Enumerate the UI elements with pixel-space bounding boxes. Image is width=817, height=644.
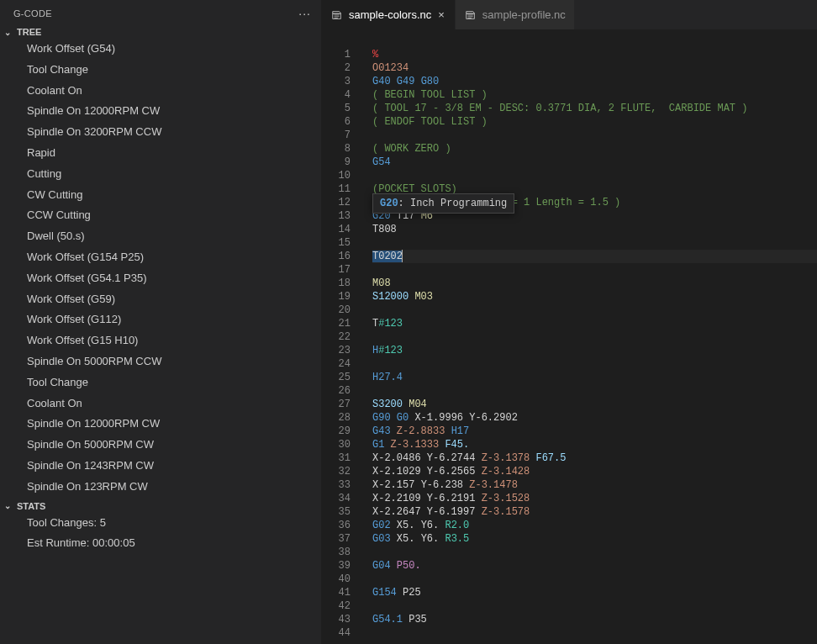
code-line[interactable] — [372, 236, 817, 250]
code-line[interactable] — [372, 330, 817, 344]
code-line[interactable]: G1 Z-3.1333 F45. — [372, 438, 817, 451]
tree-item[interactable]: Work Offset (G54) — [0, 39, 321, 60]
tree-item[interactable]: Cutting — [0, 164, 321, 185]
line-number: 43 — [322, 613, 362, 626]
code-line[interactable] — [372, 626, 817, 640]
file-icon — [464, 8, 477, 22]
editor-area: sample-colors.nc×sample-profile.nc 12345… — [322, 0, 817, 644]
code-line[interactable]: X-2.0486 Y-6.2744 Z-3.1378 F67.5 — [372, 451, 817, 465]
code-line[interactable]: ( ENDOF TOOL LIST ) — [372, 115, 817, 129]
stat-item[interactable]: Est Runtime: 00:00:05 — [0, 533, 321, 554]
line-number: 10 — [322, 169, 362, 182]
tree-item[interactable]: Spindle On 12000RPM CW — [0, 414, 321, 435]
code-line[interactable]: S12000 M03 — [372, 290, 817, 304]
tree-item[interactable]: Spindle On 5000RPM CW — [0, 435, 321, 456]
tree-item[interactable]: CW Cutting — [0, 185, 321, 206]
code-line[interactable] — [372, 546, 817, 559]
text-cursor — [402, 250, 403, 262]
line-number: 2 — [322, 61, 362, 75]
line-number: 34 — [322, 492, 362, 505]
code-line[interactable]: G40 G49 G80 — [372, 75, 817, 88]
tree-item[interactable]: Work Offset (G112) — [0, 309, 321, 330]
code-line[interactable]: G43 Z-2.8833 H17 — [372, 425, 817, 438]
line-number: 1 — [322, 48, 362, 61]
tree-item[interactable]: Tool Change — [0, 372, 321, 393]
sidebar: G-CODE ··· ⌄ TREE Work Offset (G54)Tool … — [0, 0, 322, 644]
code-line[interactable]: X-2.2647 Y-6.1997 Z-3.1578 — [372, 505, 817, 519]
line-number: 12 — [322, 196, 362, 209]
tree-item[interactable]: Coolant On — [0, 393, 321, 414]
line-number: 36 — [322, 519, 362, 532]
code-line[interactable] — [372, 169, 817, 182]
hover-tooltip: G20: Inch Programming — [372, 193, 514, 214]
code-line[interactable] — [372, 304, 817, 317]
line-number: 30 — [322, 438, 362, 451]
code-line[interactable]: G54.1 P35 — [372, 613, 817, 626]
stats-section-header[interactable]: ⌄ STATS — [0, 499, 321, 513]
gutter: 1234567891011121314151617181920212223242… — [322, 48, 362, 644]
stat-item[interactable]: Tool Changes: 5 — [0, 513, 321, 534]
tree-section-header[interactable]: ⌄ TREE — [0, 25, 321, 39]
tab[interactable]: sample-profile.nc — [456, 0, 575, 29]
code-line[interactable]: T0202 — [372, 250, 817, 263]
line-number: 16 — [322, 250, 362, 263]
code-line[interactable]: G20: Inch Programming( T808 5 EM : Diame… — [372, 196, 817, 209]
code-line[interactable]: % — [372, 48, 817, 61]
code-line[interactable]: X-2.157 Y-6.238 Z-3.1478 — [372, 478, 817, 492]
code-line[interactable] — [372, 129, 817, 142]
code-line[interactable]: ( BEGIN TOOL LIST ) — [372, 88, 817, 102]
close-icon[interactable]: × — [436, 8, 446, 21]
code-line[interactable]: O01234 — [372, 61, 817, 75]
line-number: 33 — [322, 478, 362, 492]
code-line[interactable]: G02 X5. Y6. R2.0 — [372, 519, 817, 532]
code-line[interactable]: ( TOOL 17 - 3/8 EM - DESC: 0.3771 DIA, 2… — [372, 102, 817, 115]
tree-item[interactable]: Dwell (50.s) — [0, 226, 321, 247]
code-line[interactable]: X-2.2109 Y-6.2191 Z-3.1528 — [372, 492, 817, 505]
code-line[interactable] — [372, 357, 817, 371]
tree-item[interactable]: Tool Change — [0, 60, 321, 81]
tree-item[interactable]: Work Offset (G54.1 P35) — [0, 268, 321, 289]
code-line[interactable]: G54 — [372, 156, 817, 169]
tree-item[interactable]: Spindle On 3200RPM CCW — [0, 122, 321, 143]
breadcrumbs[interactable] — [322, 29, 817, 48]
code-line[interactable] — [372, 263, 817, 277]
code-line[interactable] — [372, 599, 817, 613]
tree-item[interactable]: Coolant On — [0, 81, 321, 102]
tree-item[interactable]: Rapid — [0, 143, 321, 164]
tabs: sample-colors.nc×sample-profile.nc — [322, 0, 817, 29]
line-number: 20 — [322, 304, 362, 317]
chevron-down-icon: ⌄ — [2, 501, 13, 510]
tree-item[interactable]: Work Offset (G59) — [0, 289, 321, 310]
line-number: 13 — [322, 209, 362, 223]
code-line[interactable] — [372, 384, 817, 398]
line-number: 14 — [322, 223, 362, 236]
code-line[interactable]: G154 P25 — [372, 586, 817, 599]
code-line[interactable]: X-2.1029 Y-6.2565 Z-3.1428 — [372, 465, 817, 478]
sidebar-header: G-CODE ··· — [0, 0, 321, 25]
code-line[interactable]: H27.4 — [372, 371, 817, 384]
tree-item[interactable]: Spindle On 123RPM CW — [0, 477, 321, 498]
code-line[interactable]: S3200 M04 — [372, 398, 817, 411]
more-actions-icon[interactable]: ··· — [298, 7, 311, 20]
code-line[interactable]: G04 P50. — [372, 559, 817, 573]
code-line[interactable]: G90 G0 X-1.9996 Y-6.2902 — [372, 411, 817, 425]
code-line[interactable]: M08 — [372, 277, 817, 290]
tree-item[interactable]: Spindle On 1243RPM CW — [0, 456, 321, 477]
line-number: 38 — [322, 546, 362, 559]
line-number: 22 — [322, 330, 362, 344]
tree-item[interactable]: CCW Cutting — [0, 205, 321, 226]
code-line[interactable]: G03 X5. Y6. R3.5 — [372, 532, 817, 546]
tree-item[interactable]: Spindle On 12000RPM CW — [0, 101, 321, 122]
code-line[interactable]: H#123 — [372, 344, 817, 357]
tab-active[interactable]: sample-colors.nc× — [322, 0, 456, 29]
code-line[interactable] — [372, 573, 817, 586]
code-line[interactable]: T#123 — [372, 317, 817, 330]
code-line[interactable]: T808 — [372, 223, 817, 236]
line-number: 23 — [322, 344, 362, 357]
tree-item[interactable]: Spindle On 5000RPM CCW — [0, 351, 321, 372]
code[interactable]: %O01234G40 G49 G80( BEGIN TOOL LIST )( T… — [362, 48, 817, 644]
code-container[interactable]: 1234567891011121314151617181920212223242… — [322, 48, 817, 644]
code-line[interactable]: ( WORK ZERO ) — [372, 142, 817, 156]
tree-item[interactable]: Work Offset (G154 P25) — [0, 247, 321, 268]
tree-item[interactable]: Work Offset (G15 H10) — [0, 330, 321, 351]
